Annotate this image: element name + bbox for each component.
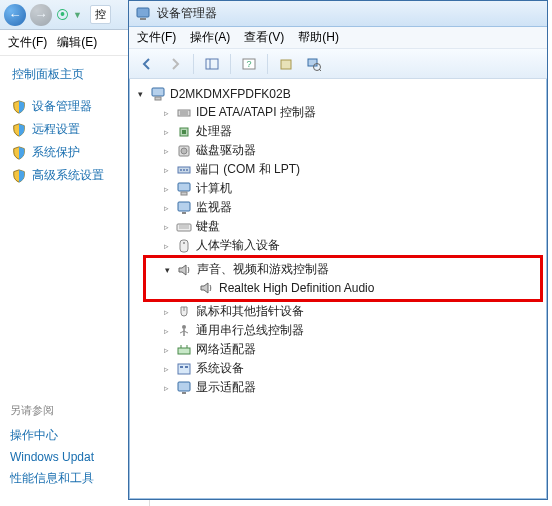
dm-toolbar: ? bbox=[129, 49, 547, 79]
tb-back-button[interactable] bbox=[135, 52, 159, 76]
dm-app-icon bbox=[135, 6, 151, 22]
tree-item-label: Realtek High Definition Audio bbox=[219, 281, 374, 295]
svg-rect-42 bbox=[185, 366, 188, 368]
svg-rect-6 bbox=[281, 60, 291, 69]
expand-icon[interactable] bbox=[161, 325, 172, 336]
shield-icon bbox=[12, 169, 26, 183]
dm-menu-help[interactable]: 帮助(H) bbox=[298, 29, 339, 46]
tree-category[interactable]: 计算机 bbox=[133, 179, 543, 198]
svg-text:?: ? bbox=[246, 59, 251, 69]
expand-icon[interactable] bbox=[162, 264, 173, 275]
expand-icon[interactable] bbox=[161, 363, 172, 374]
dm-menubar: 文件(F) 操作(A) 查看(V) 帮助(H) bbox=[129, 27, 547, 49]
svg-rect-2 bbox=[206, 59, 218, 69]
expand-icon[interactable] bbox=[161, 240, 172, 251]
expand-icon[interactable] bbox=[135, 89, 146, 100]
sidebar-item-device-manager[interactable]: 设备管理器 bbox=[6, 95, 143, 118]
toolbar-separator bbox=[230, 54, 231, 74]
tree-category[interactable]: IDE ATA/ATAPI 控制器 bbox=[133, 103, 543, 122]
tree-root-label: D2MKDMXFPDFK02B bbox=[170, 87, 291, 101]
tree-item-label: 系统设备 bbox=[196, 360, 244, 377]
tb-properties-button[interactable] bbox=[274, 52, 298, 76]
expand-icon[interactable] bbox=[161, 306, 172, 317]
tree-item-realtek-audio[interactable]: Realtek High Definition Audio bbox=[148, 279, 538, 297]
display-icon bbox=[176, 380, 192, 396]
tree-category[interactable]: 处理器 bbox=[133, 122, 543, 141]
svg-rect-16 bbox=[182, 130, 186, 134]
tree-item-label: 显示适配器 bbox=[196, 379, 256, 396]
footer-link-windows-update[interactable]: Windows Updat bbox=[10, 447, 94, 467]
control-panel-menubar: 文件(F) 编辑(E) bbox=[0, 30, 149, 56]
expand-icon[interactable] bbox=[161, 344, 172, 355]
nav-back-button[interactable]: ← bbox=[4, 4, 26, 26]
dm-menu-file[interactable]: 文件(F) bbox=[137, 29, 176, 46]
expand-icon[interactable] bbox=[161, 145, 172, 156]
footer-link-performance[interactable]: 性能信息和工具 bbox=[10, 467, 94, 490]
svg-rect-43 bbox=[178, 382, 190, 391]
shield-icon bbox=[12, 146, 26, 160]
expand-icon[interactable] bbox=[161, 164, 172, 175]
sidebar-footer: 另请参阅 操作中心 Windows Updat 性能信息和工具 bbox=[0, 397, 104, 496]
tb-help-button[interactable]: ? bbox=[237, 52, 261, 76]
speaker-icon bbox=[177, 262, 193, 278]
address-fragment[interactable]: 控 bbox=[90, 5, 111, 24]
sidebar-item-remote[interactable]: 远程设置 bbox=[6, 118, 143, 141]
keyboard-icon bbox=[176, 219, 192, 235]
port-icon bbox=[176, 162, 192, 178]
tree-category[interactable]: 键盘 bbox=[133, 217, 543, 236]
expand-icon[interactable] bbox=[161, 221, 172, 232]
sidebar-item-advanced[interactable]: 高级系统设置 bbox=[6, 164, 143, 187]
sidebar-item-label: 设备管理器 bbox=[32, 98, 92, 115]
sidebar-item-protection[interactable]: 系统保护 bbox=[6, 141, 143, 164]
tree-category[interactable]: 人体学输入设备 bbox=[133, 236, 543, 255]
tree-item-label: 键盘 bbox=[196, 218, 220, 235]
svg-point-33 bbox=[182, 325, 186, 329]
expand-icon[interactable] bbox=[161, 202, 172, 213]
tree-category-sound[interactable]: 声音、视频和游戏控制器 bbox=[148, 260, 538, 279]
tree-item-label: 鼠标和其他指针设备 bbox=[196, 303, 304, 320]
menu-edit[interactable]: 编辑(E) bbox=[57, 34, 97, 51]
nav-dropdown-icon[interactable]: ▼ bbox=[73, 10, 82, 20]
tb-showhide-button[interactable] bbox=[200, 52, 224, 76]
tree-item-label: 监视器 bbox=[196, 199, 232, 216]
sidebar-item-label: 远程设置 bbox=[32, 121, 80, 138]
nav-fwd-button[interactable]: → bbox=[30, 4, 52, 26]
svg-rect-40 bbox=[178, 364, 190, 374]
footer-link-action-center[interactable]: 操作中心 bbox=[10, 424, 94, 447]
expand-icon[interactable] bbox=[161, 107, 172, 118]
svg-point-20 bbox=[180, 169, 182, 171]
tree-category[interactable]: 监视器 bbox=[133, 198, 543, 217]
expand-icon[interactable] bbox=[161, 126, 172, 137]
svg-point-22 bbox=[186, 169, 188, 171]
tree-category[interactable]: 鼠标和其他指针设备 bbox=[133, 302, 543, 321]
device-tree[interactable]: D2MKDMXFPDFK02B IDE ATA/ATAPI 控制器处理器磁盘驱动… bbox=[129, 79, 547, 499]
tree-category[interactable]: 系统设备 bbox=[133, 359, 543, 378]
control-panel-titlebar: ← → ⦿ ▼ 控 bbox=[0, 0, 149, 30]
dm-menu-action[interactable]: 操作(A) bbox=[190, 29, 230, 46]
menu-file[interactable]: 文件(F) bbox=[8, 34, 47, 51]
tree-item-label: 网络适配器 bbox=[196, 341, 256, 358]
tree-root[interactable]: D2MKDMXFPDFK02B bbox=[133, 85, 543, 103]
tree-item-label: 计算机 bbox=[196, 180, 232, 197]
sys-icon bbox=[176, 361, 192, 377]
ide-icon bbox=[176, 105, 192, 121]
tree-category[interactable]: 显示适配器 bbox=[133, 378, 543, 397]
svg-rect-0 bbox=[137, 8, 149, 17]
tb-fwd-button[interactable] bbox=[163, 52, 187, 76]
tb-scan-button[interactable] bbox=[302, 52, 326, 76]
highlight-annotation: 声音、视频和游戏控制器 Realtek High Definition Audi… bbox=[143, 255, 543, 302]
device-manager-window: 设备管理器 文件(F) 操作(A) 查看(V) 帮助(H) ? D2MKDMXF… bbox=[128, 0, 548, 500]
tree-category[interactable]: 端口 (COM 和 LPT) bbox=[133, 160, 543, 179]
svg-point-21 bbox=[183, 169, 185, 171]
tree-item-label: 声音、视频和游戏控制器 bbox=[197, 261, 329, 278]
svg-rect-37 bbox=[178, 348, 190, 354]
disk-icon bbox=[176, 143, 192, 159]
tree-category[interactable]: 网络适配器 bbox=[133, 340, 543, 359]
tree-category[interactable]: 通用串行总线控制器 bbox=[133, 321, 543, 340]
dm-menu-view[interactable]: 查看(V) bbox=[244, 29, 284, 46]
expand-icon[interactable] bbox=[161, 382, 172, 393]
usb-icon bbox=[176, 323, 192, 339]
sidebar-header[interactable]: 控制面板主页 bbox=[6, 66, 143, 83]
expand-icon[interactable] bbox=[161, 183, 172, 194]
tree-category[interactable]: 磁盘驱动器 bbox=[133, 141, 543, 160]
